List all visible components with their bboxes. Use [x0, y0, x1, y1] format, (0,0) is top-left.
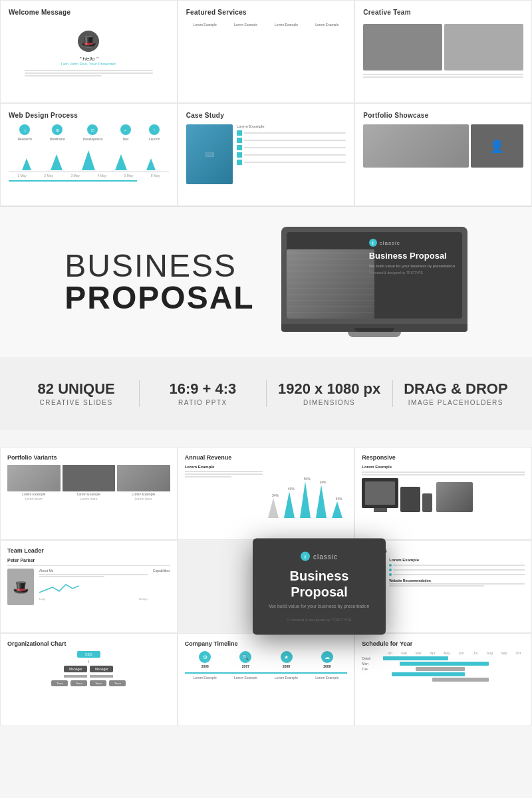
responsive-slide: Responsive Lorem Example	[354, 447, 532, 540]
org-connectors-row	[64, 675, 113, 678]
schedule-title: Schedule for Year	[362, 640, 525, 647]
process-slide: Web Design Process ☆ Research ⊞ Wirefram…	[0, 103, 178, 206]
stat-label: CREATIVE SLIDES	[13, 399, 139, 406]
chart-bar: 50%	[300, 477, 315, 518]
tl-label: Lorem Example	[234, 676, 257, 680]
feature-line	[393, 569, 525, 571]
team-image	[444, 24, 523, 70]
stat-number: 16:9 + 4:3	[140, 382, 265, 396]
modal-brand: i classic	[265, 552, 374, 561]
case-content: ⌨ Lorem Example	[186, 124, 346, 184]
portfolio-caption: Lorem Example	[117, 492, 170, 496]
revenue-chart: 34% 49% 50% 24% 34%	[267, 465, 347, 518]
schedule-col-label: Jun	[455, 651, 467, 655]
bar-label: 49%	[284, 487, 299, 491]
org-chart: CEO Manager Manager Team Team Team Team	[7, 651, 170, 686]
annual-revenue-title: Annual Revenue	[185, 454, 348, 461]
timeline-label: 5 May	[124, 174, 134, 178]
case-items: Lorem Example	[237, 124, 346, 184]
stat-slides: 82 UNIQUE CREATIVE SLIDES	[13, 382, 139, 406]
stat-number: DRAG & DROP	[393, 382, 519, 396]
screen-subtitle: We build value for your business by pres…	[369, 264, 457, 268]
schedule-col-label: Mar	[412, 651, 424, 655]
spacer	[0, 430, 532, 447]
feature-label: Lorem Example	[389, 558, 525, 562]
chart-bar: 34%	[268, 493, 283, 518]
step-label: Launch	[149, 137, 160, 141]
modal-subtitle: We build value for your business by pres…	[265, 604, 374, 608]
case-item	[237, 152, 346, 158]
chart-bar: 49%	[284, 487, 299, 518]
case-item	[237, 145, 346, 150]
laptop-mockup: i classic Business Proposal We build val…	[281, 227, 467, 337]
triangle	[22, 158, 31, 170]
case-item	[237, 130, 346, 136]
portfolio-grid: Lorem Example Lorem learn Lorem Example …	[7, 465, 170, 501]
feature-item	[389, 573, 525, 576]
tl-year: 2009	[323, 664, 331, 668]
stat-number: 82 UNIQUE	[13, 382, 139, 396]
stat-label: DIMENSIONS	[267, 399, 392, 406]
schedule-row	[362, 672, 525, 676]
org-row-3: Team Team Team Team	[51, 680, 126, 686]
bar-label: 24%	[316, 480, 331, 484]
portfolio-col: Lorem Example Lorem learn	[63, 465, 116, 501]
schedule-col-empty	[362, 651, 382, 655]
org-box: Manager	[90, 666, 113, 672]
leader-name: Peter Parker	[7, 558, 170, 563]
case-line	[244, 140, 346, 141]
timeline-line	[9, 172, 169, 172]
case-lorem: Lorem Example	[237, 124, 346, 128]
hero-proposal: PROPOSAL	[65, 282, 254, 314]
revenue-text: Lorem Example	[185, 465, 263, 518]
tl-label: Lorem Example	[194, 676, 217, 680]
triangle-shape	[268, 498, 279, 518]
lorem-line	[363, 74, 523, 75]
triangle	[115, 154, 127, 170]
case-item	[237, 160, 346, 165]
bar-label: 50%	[300, 477, 315, 481]
modal-section: Team Leader Peter Parker 🎩 About Me Logo…	[0, 540, 532, 633]
laptop-base	[281, 324, 467, 332]
chart-bar: 34%	[332, 497, 346, 518]
feature-line	[393, 574, 525, 575]
screen-footer: © created & designed by TRIGTYPE	[369, 271, 457, 275]
service-label: Lorem Example	[315, 23, 338, 27]
schedule-col-label: Jan	[383, 651, 396, 655]
timeline-labels: 1 May 2 May 3 May 4 May 5 May 6 May	[9, 174, 169, 178]
step-label: Test	[122, 137, 128, 141]
org-connector	[64, 675, 87, 678]
hero-business: BUSINESS	[65, 250, 254, 282]
tl-labels: Lorem Example Lorem Example Lorem Exampl…	[185, 676, 348, 680]
schedule-bar-grey	[416, 667, 464, 671]
team-leader-title: Team Leader	[7, 547, 170, 554]
timeline-item: ☁ 2009	[321, 651, 333, 668]
portfolio-caption: Lorem Example	[63, 492, 116, 496]
check-icon	[237, 160, 242, 165]
services-title: Featured Services	[186, 9, 346, 16]
org-box: Team	[70, 680, 87, 686]
process-step: ✓ Test	[120, 124, 131, 141]
triangle-shape	[300, 481, 311, 518]
tl-year: 2006	[201, 664, 209, 668]
feature-dot	[389, 569, 392, 571]
portfolio-caption-sub: Lorem learn	[63, 497, 116, 501]
portfolio-col: Lorem Example Lorem learn	[117, 465, 170, 501]
process-step: ☆ Research	[17, 124, 31, 141]
brand-name: classic	[380, 240, 400, 246]
screen-text: i classic Business Proposal We build val…	[369, 239, 457, 275]
schedule-row	[362, 678, 525, 682]
portfolio-title: Portfolio Showcase	[363, 112, 523, 119]
screen-brand: i classic	[369, 239, 457, 247]
services-slide: Featured Services Lorem Example Lorem Ex…	[178, 0, 355, 103]
building-texture	[287, 249, 374, 319]
schedule-col-label: Sep	[497, 651, 510, 655]
timeline-item: 🔍 2007	[239, 651, 251, 668]
avatar: 🎩	[78, 31, 99, 52]
portfolio-thumb	[117, 465, 170, 491]
step-label: Research	[17, 137, 31, 141]
triangle	[51, 154, 63, 170]
feature-dot	[389, 564, 392, 567]
case-line	[244, 154, 346, 156]
bar-label: 34%	[332, 497, 346, 501]
